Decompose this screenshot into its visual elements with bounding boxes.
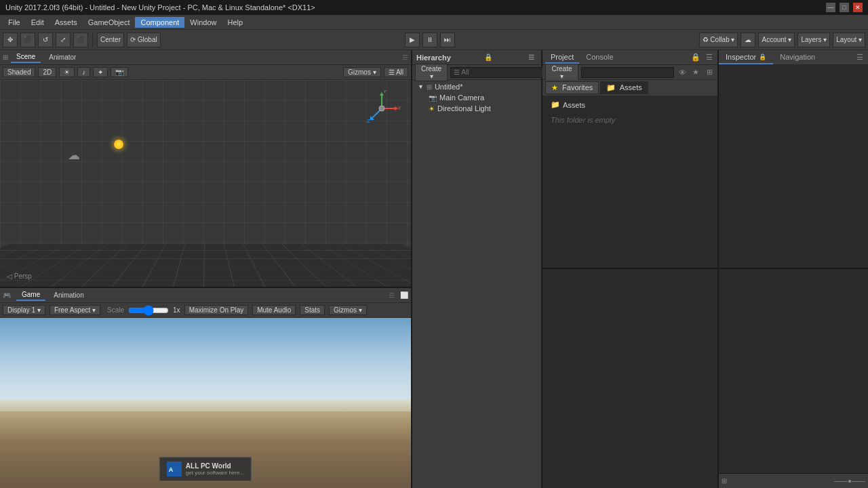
transform-move-tool[interactable]: ⬛ xyxy=(20,33,35,47)
menu-window[interactable]: Window xyxy=(184,17,222,28)
cloud-button[interactable]: ☁ xyxy=(741,33,755,47)
tab-game[interactable]: Game xyxy=(16,289,45,301)
scale-slider[interactable] xyxy=(128,306,169,314)
hierarchy-search[interactable] xyxy=(450,67,543,78)
game-panel-maximize[interactable]: ⬜ xyxy=(400,291,408,299)
game-panel-menu[interactable]: ☰ xyxy=(389,291,395,299)
transform-hand-tool[interactable]: ✥ xyxy=(3,33,18,47)
tab-console[interactable]: Console xyxy=(580,52,618,64)
project-menu-btn[interactable]: ☰ xyxy=(704,52,715,63)
display-dropdown[interactable]: Display 1 ▾ xyxy=(3,305,45,315)
tab-scene[interactable]: Scene xyxy=(11,52,41,63)
assets-folder-label: Assets xyxy=(563,101,585,109)
scene-canvas[interactable]: ☁ Y xyxy=(0,80,411,287)
menu-help[interactable]: Help xyxy=(222,17,248,28)
sun-gizmo xyxy=(108,134,129,155)
tab-project[interactable]: Project xyxy=(545,52,579,64)
hierarchy-main-camera[interactable]: 📷 Main Camera xyxy=(423,92,541,103)
collab-button[interactable]: ♻ Collab ▾ xyxy=(699,33,738,47)
assets-folder-item[interactable]: 📁 Assets xyxy=(545,99,715,110)
svg-text:Z: Z xyxy=(367,118,370,124)
layers-button[interactable]: Layers ▾ xyxy=(797,33,830,47)
transform-scale-tool[interactable]: ⤢ xyxy=(56,33,71,47)
global-button[interactable]: ⟳ Global xyxy=(127,33,161,47)
menu-gameobject[interactable]: GameObject xyxy=(83,17,136,28)
svg-text:X: X xyxy=(397,105,401,111)
assets-tab[interactable]: 📁 Assets xyxy=(600,81,648,94)
project-create-btn[interactable]: Create ▾ xyxy=(545,64,578,81)
inspector-content xyxy=(719,65,868,268)
account-button[interactable]: Account ▾ xyxy=(758,33,795,47)
scene-root-icon: ⊞ xyxy=(427,83,432,91)
allpc-logo: A xyxy=(167,462,182,476)
hierarchy-scene-root[interactable]: ▼ ⊞ Untitled* xyxy=(412,81,541,92)
2d-button[interactable]: 2D xyxy=(38,67,56,77)
gizmos-dropdown[interactable]: Gizmos ▾ xyxy=(343,67,381,77)
assets-folder-icon: 📁 xyxy=(606,83,616,92)
inspector-menu-btn[interactable]: ☰ xyxy=(854,52,865,63)
menu-component[interactable]: Component xyxy=(135,17,184,28)
favorites-tab[interactable]: ★ Favorites xyxy=(545,81,599,94)
tab-navigation[interactable]: Navigation xyxy=(773,50,822,64)
project-panel-icons: 🔒 ☰ xyxy=(690,52,715,63)
lighting-button[interactable]: ☀ xyxy=(59,67,75,77)
project-columns-btn[interactable]: ⊞ xyxy=(704,67,715,78)
menu-edit[interactable]: Edit xyxy=(26,17,50,28)
tab-animation[interactable]: Animation xyxy=(48,290,89,300)
svg-text:A: A xyxy=(169,466,174,473)
center-button[interactable]: Center xyxy=(97,33,124,47)
menu-file[interactable]: File xyxy=(3,17,26,28)
step-button[interactable]: ⏭ xyxy=(440,33,455,47)
game-tab-bar: 🎮 Game Animation ☰ ⬜ xyxy=(0,288,411,303)
separator-1 xyxy=(92,33,93,47)
shaded-dropdown[interactable]: Shaded xyxy=(3,67,35,77)
maximize-button[interactable]: □ xyxy=(840,3,849,12)
menu-assets[interactable]: Assets xyxy=(50,17,83,28)
close-button[interactable]: ✕ xyxy=(853,3,863,12)
mute-audio-btn[interactable]: Mute Audio xyxy=(252,305,296,315)
sky-layer xyxy=(0,318,411,411)
maximize-on-play-btn[interactable]: Maximize On Play xyxy=(184,305,249,315)
audio-button[interactable]: ♪ xyxy=(77,67,90,77)
inspector-bottom-icon: ⊞ xyxy=(722,477,727,485)
main-content: ⊞ Scene Animator ☰ Shaded 2D ☀ ♪ ✦ 📷 Giz… xyxy=(0,50,868,488)
game-gizmos-dropdown[interactable]: Gizmos ▾ xyxy=(329,305,367,315)
project-toolbar-icons: 👁 ★ ⊞ xyxy=(677,67,715,78)
axis-gizmo[interactable]: Y X Z xyxy=(363,90,401,129)
svg-point-6 xyxy=(379,106,384,111)
hierarchy-toolbar: Create ▾ xyxy=(412,65,541,80)
play-button[interactable]: ▶ xyxy=(405,33,420,47)
perspective-label: ◁ Persp xyxy=(7,272,32,280)
hierarchy-create-btn[interactable]: Create ▾ xyxy=(415,64,448,81)
pause-button[interactable]: ⏸ xyxy=(422,33,437,47)
game-view-controls: Display 1 ▾ Free Aspect ▾ Scale 1x Maxim… xyxy=(0,303,411,318)
project-lock-btn[interactable]: 🔒 xyxy=(690,52,701,63)
hierarchy-directional-light[interactable]: ☀ Directional Light xyxy=(423,103,541,114)
tab-inspector[interactable]: Inspector 🔒 xyxy=(719,50,773,64)
project-toolbar: Create ▾ 👁 ★ ⊞ xyxy=(542,65,717,80)
scene-camera-button[interactable]: 📷 xyxy=(111,67,128,77)
transform-rotate-tool[interactable]: ↺ xyxy=(38,33,53,47)
stats-btn[interactable]: Stats xyxy=(300,305,325,315)
project-eye-btn[interactable]: 👁 xyxy=(677,67,688,78)
project-bottom-area xyxy=(542,269,719,488)
menu-bar: File Edit Assets GameObject Component Wi… xyxy=(0,15,868,30)
hierarchy-lock-btn[interactable]: 🔒 xyxy=(483,52,494,63)
scene-panel-menu[interactable]: ☰ xyxy=(402,54,408,61)
empty-folder-text: This folder is empty xyxy=(545,110,715,129)
layout-button[interactable]: Layout ▾ xyxy=(833,33,865,47)
sun-icon xyxy=(114,140,123,149)
project-star-btn[interactable]: ★ xyxy=(690,67,701,78)
cloud-icon: ☁ xyxy=(68,148,80,163)
tab-animator[interactable]: Animator xyxy=(43,52,81,62)
all-layers-button[interactable]: ☰ All xyxy=(384,67,408,77)
transform-rect-tool[interactable]: ⬛ xyxy=(73,33,88,47)
minimize-button[interactable]: — xyxy=(826,3,835,12)
hierarchy-menu-btn[interactable]: ☰ xyxy=(526,52,537,63)
inspector-navigation-panel: Inspector 🔒 Navigation ☰ xyxy=(719,50,868,268)
project-search[interactable] xyxy=(581,67,674,78)
fx-button[interactable]: ✦ xyxy=(93,67,108,77)
aspect-dropdown[interactable]: Free Aspect ▾ xyxy=(50,305,100,315)
scene-tab-bar: ⊞ Scene Animator ☰ xyxy=(0,50,411,65)
inspector-bottom-slider[interactable]: ——●—— xyxy=(834,477,865,485)
